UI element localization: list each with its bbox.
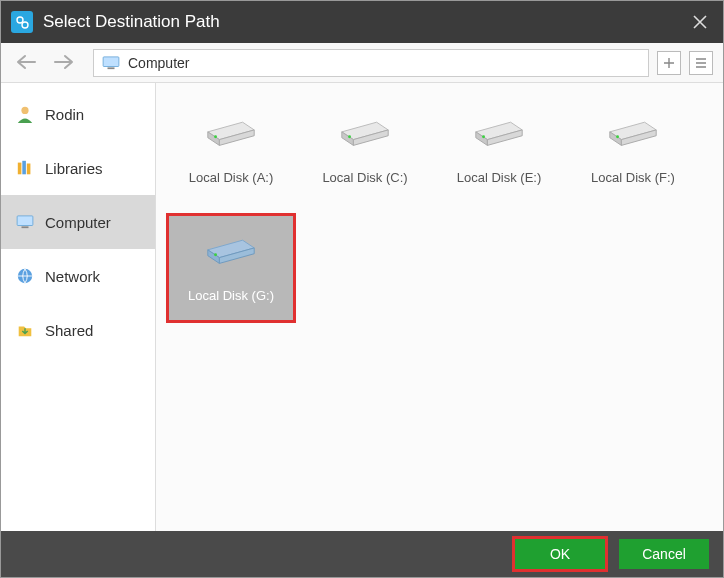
location-text: Computer [128,55,189,71]
drive-icon [202,104,260,152]
svg-point-0 [17,17,23,23]
sidebar-item-shared[interactable]: Shared [1,303,155,357]
computer-icon [15,212,35,232]
title-bar: Select Destination Path [1,1,723,43]
app-icon [11,11,33,33]
forward-button[interactable] [49,50,79,76]
sidebar: Rodin Libraries Computer Network [1,83,156,531]
libraries-icon [15,158,35,178]
drive-icon [336,104,394,152]
sidebar-item-computer[interactable]: Computer [1,195,155,249]
sidebar-item-label: Network [45,268,100,285]
drive-grid: Local Disk (A:) Local Disk (C:) [166,95,713,323]
svg-point-1 [22,22,28,28]
drive-tile[interactable]: Local Disk (C:) [300,95,430,205]
drive-label: Local Disk (A:) [189,170,274,185]
svg-rect-6 [22,161,26,175]
ok-button[interactable]: OK [515,539,605,569]
drive-tile[interactable]: Local Disk (F:) [568,95,698,205]
shared-icon [15,320,35,340]
location-bar[interactable]: Computer [93,49,649,77]
drive-tile[interactable]: Local Disk (E:) [434,95,564,205]
close-button[interactable] [685,7,715,37]
dialog-body: Rodin Libraries Computer Network [1,83,723,531]
content-pane: Local Disk (A:) Local Disk (C:) [156,83,723,531]
svg-point-30 [214,253,217,256]
drive-label: Local Disk (F:) [591,170,675,185]
svg-rect-3 [108,67,115,69]
computer-icon [102,56,120,70]
sidebar-item-label: Computer [45,214,111,231]
drive-icon [470,104,528,152]
svg-rect-7 [27,164,31,175]
dialog-footer: OK Cancel [1,531,723,577]
svg-rect-5 [18,163,22,175]
svg-point-26 [616,135,619,138]
svg-rect-2 [103,56,119,66]
network-icon [15,266,35,286]
svg-rect-9 [22,226,29,228]
drive-label: Local Disk (G:) [188,288,274,303]
toolbar: Computer [1,43,723,83]
svg-point-14 [214,135,217,138]
sidebar-item-label: Rodin [45,106,84,123]
svg-point-4 [21,107,28,114]
drive-tile[interactable]: Local Disk (A:) [166,95,296,205]
sidebar-item-network[interactable]: Network [1,249,155,303]
nav-arrows [11,50,79,76]
svg-rect-8 [17,216,33,226]
svg-point-22 [482,135,485,138]
svg-point-18 [348,135,351,138]
drive-icon [604,104,662,152]
dialog-window: Select Destination Path Computer [0,0,724,578]
sidebar-item-rodin[interactable]: Rodin [1,87,155,141]
drive-label: Local Disk (E:) [457,170,542,185]
sidebar-item-label: Libraries [45,160,103,177]
drive-label: Local Disk (C:) [322,170,407,185]
back-button[interactable] [11,50,41,76]
sidebar-item-label: Shared [45,322,93,339]
drive-icon [202,222,260,270]
sidebar-item-libraries[interactable]: Libraries [1,141,155,195]
window-title: Select Destination Path [43,12,685,32]
user-icon [15,104,35,124]
view-list-button[interactable] [689,51,713,75]
cancel-button[interactable]: Cancel [619,539,709,569]
drive-tile-selected[interactable]: Local Disk (G:) [166,213,296,323]
new-folder-button[interactable] [657,51,681,75]
